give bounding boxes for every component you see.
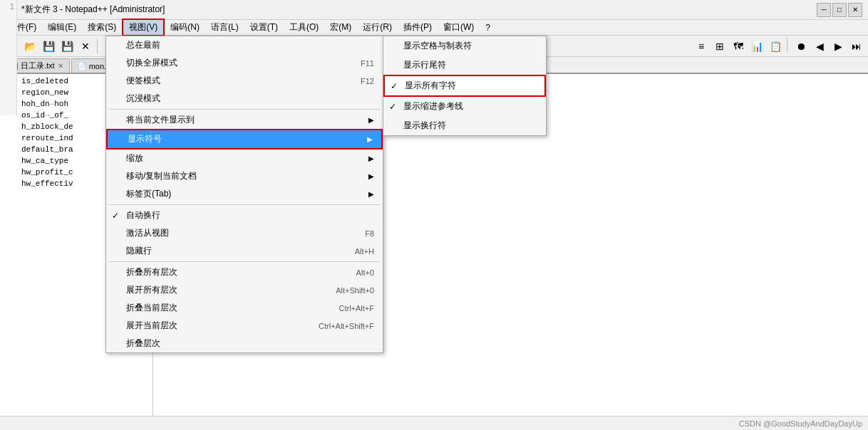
window-controls: ─ □ ✕ — [817, 3, 862, 17]
checkmark-indent: ✓ — [389, 102, 396, 112]
checkmark-show-all: ✓ — [391, 81, 398, 91]
minimize-button[interactable]: ─ — [817, 3, 831, 17]
menu-item-move-to[interactable]: 将当前文件显示到 ▶ — [106, 111, 383, 129]
menu-help[interactable]: ? — [480, 21, 496, 34]
menu-sep-3 — [109, 261, 380, 262]
tb-right-7[interactable]: ◀ — [811, 38, 828, 55]
tb-right-4[interactable]: 📊 — [748, 38, 765, 55]
menu-view[interactable]: 视图(V) — [122, 19, 165, 36]
tb-right-2[interactable]: ⊞ — [711, 38, 728, 55]
menu-item-fold-level[interactable]: 折叠层次 — [106, 335, 383, 352]
menu-item-unfold-current[interactable]: 展开当前层次 Ctrl+Alt+Shift+F — [106, 317, 383, 335]
submenu-item-spaces[interactable]: 显示空格与制表符 — [383, 36, 546, 56]
maximize-button[interactable]: □ — [832, 3, 847, 17]
save-all-button[interactable]: 💾 — [58, 38, 76, 55]
menu-window[interactable]: 窗口(W) — [438, 20, 480, 35]
editor-line: hw_effectiv — [21, 178, 73, 189]
window-title: *新文件 3 - Notepad++ [Administrator] — [21, 4, 817, 16]
menu-search[interactable]: 搜索(S) — [82, 20, 122, 35]
menu-macro[interactable]: 宏(M) — [324, 20, 357, 35]
editor-line: hw_ca_type — [21, 155, 73, 167]
menu-item-tab[interactable]: 标签页(Tab) ▶ — [106, 185, 383, 203]
toolbar-sep-6 — [787, 38, 790, 52]
status-bar: CSDN @GoodStudyAndDayDayUp — [0, 416, 868, 430]
menu-run[interactable]: 运行(R) — [357, 20, 398, 35]
menu-edit[interactable]: 编辑(E) — [42, 20, 82, 35]
menu-item-always-top[interactable]: 总在最前 — [106, 36, 383, 54]
menu-item-word-wrap[interactable]: ✓ 自动换行 — [106, 206, 383, 224]
tb-right-3[interactable]: 🗺 — [730, 38, 747, 55]
editor-line: is_deleted — [21, 75, 73, 87]
submenu-item-eol[interactable]: 显示行尾符 — [383, 56, 546, 75]
menu-sep-2 — [109, 204, 380, 205]
menu-item-zoom[interactable]: 缩放 ▶ — [106, 150, 383, 167]
tb-right-8[interactable]: ▶ — [830, 38, 847, 55]
save-button[interactable]: 💾 — [40, 38, 57, 55]
editor-line: default_bra — [21, 144, 73, 155]
editor-line: reroute_ind — [21, 132, 73, 144]
tb-right-5[interactable]: 📋 — [767, 38, 784, 55]
editor-line: os_id→_of_ — [21, 110, 73, 121]
line-numbers: 1 — [0, 74, 17, 115]
close-button[interactable]: ✕ — [848, 3, 862, 17]
menu-item-move-copy[interactable]: 移动/复制当前文档 ▶ — [106, 167, 383, 185]
menu-item-fold-current[interactable]: 折叠当前层次 Ctrl+Alt+F — [106, 299, 383, 317]
tab-close-diary[interactable]: ✕ — [58, 62, 63, 70]
tb-right-6[interactable]: ⏺ — [792, 38, 810, 55]
menu-item-fullscreen[interactable]: 切换全屏模式 F11 — [106, 54, 383, 72]
symbol-submenu: 显示空格与制表符 显示行尾符 ✓ 显示所有字符 ✓ 显示缩进参考线 显示换行符 — [383, 36, 547, 136]
menu-item-show-symbol[interactable]: 显示符号 ▶ — [106, 129, 383, 150]
menu-encode[interactable]: 编码(N) — [165, 20, 205, 35]
status-right: CSDN @GoodStudyAndDayDayUp — [739, 419, 862, 428]
close-button-tb[interactable]: ✕ — [77, 38, 94, 55]
left-editor-content: is_deleted region_new hoh_dn→hoh os_id→_… — [19, 74, 76, 416]
menu-item-hide-lines[interactable]: 隐藏行 Alt+H — [106, 242, 383, 260]
menu-item-distraction[interactable]: 沉浸模式 — [106, 90, 383, 108]
tab-icon-mon: 📄 — [78, 62, 86, 70]
title-bar: 📝 *新文件 3 - Notepad++ [Administrator] ─ □… — [0, 0, 868, 20]
view-menu-dropdown: 总在最前 切换全屏模式 F11 便签模式 F12 沉浸模式 将当前文件显示到 ▶… — [105, 36, 383, 353]
menu-item-postit[interactable]: 便签模式 F12 — [106, 72, 383, 90]
tab-label-diary: 日工录.txt — [21, 61, 55, 71]
menu-language[interactable]: 语言(L) — [205, 20, 244, 35]
menu-item-unfold-all[interactable]: 展开所有层次 Alt+Shift+0 — [106, 281, 383, 299]
menu-sep-1 — [109, 109, 380, 110]
tb-right-1[interactable]: ≡ — [693, 38, 710, 55]
menu-tools[interactable]: 工具(O) — [284, 20, 324, 35]
editor-line: region_new — [21, 87, 73, 98]
toolbar-sep-1 — [97, 39, 100, 53]
editor-line: hoh_dn→hoh — [21, 98, 73, 110]
menu-settings[interactable]: 设置(T) — [244, 20, 284, 35]
menu-item-fold-all[interactable]: 折叠所有层次 Alt+0 — [106, 263, 383, 281]
submenu-item-show-all[interactable]: ✓ 显示所有字符 — [383, 75, 546, 97]
submenu-item-newline[interactable]: 显示换行符 — [383, 116, 546, 135]
editor-line: h_zblock_de — [21, 121, 73, 132]
menu-item-activate-view[interactable]: 激活从视图 F8 — [106, 224, 383, 242]
checkmark-wordwrap: ✓ — [112, 211, 119, 221]
menu-plugins[interactable]: 插件(P) — [398, 20, 438, 35]
open-button[interactable]: 📂 — [21, 38, 38, 55]
menu-bar: 文件(F) 编辑(E) 搜索(S) 视图(V) 编码(N) 语言(L) 设置(T… — [0, 20, 868, 36]
tb-right-9[interactable]: ⏭ — [848, 38, 865, 55]
editor-line: hw_profit_c — [21, 167, 73, 178]
submenu-item-indent[interactable]: ✓ 显示缩进参考线 — [383, 97, 546, 116]
